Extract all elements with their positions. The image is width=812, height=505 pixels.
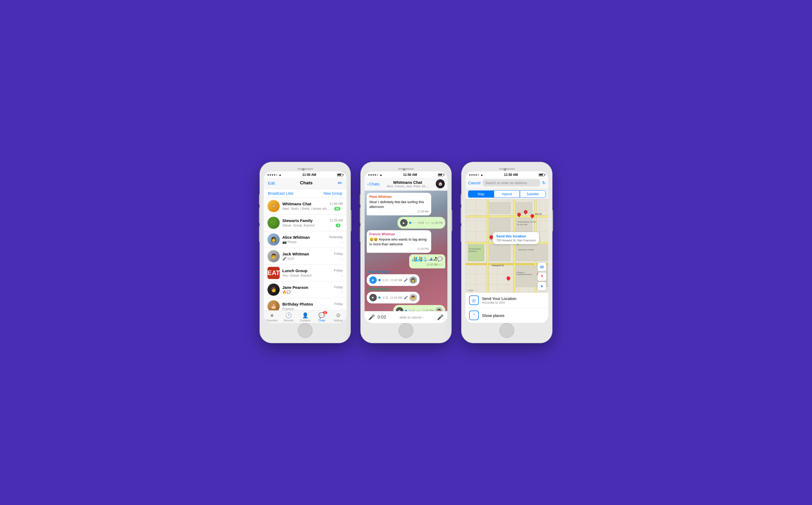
compose-button[interactable]: ✏ xyxy=(338,180,342,186)
broadcast-lists-link[interactable]: Broadcast Lists xyxy=(268,191,293,195)
map-nav-bar: Cancel Search or enter an address ↻ xyxy=(465,178,548,189)
new-group-button[interactable]: New Group xyxy=(323,191,342,195)
park-1 xyxy=(468,244,484,261)
record-mic-icon[interactable]: 🎤 xyxy=(368,314,375,320)
chevron-stewarts: › xyxy=(342,223,343,227)
record-mic-right-icon[interactable]: 🎤 xyxy=(437,314,444,320)
chat-name-lunch: Lunch Group xyxy=(282,269,307,273)
chat-info-stewarts: Stewarts Family 11:39 AM Steve: Great, t… xyxy=(282,218,343,227)
battery-fill-2 xyxy=(438,174,442,176)
play-button-alice[interactable]: ▶ xyxy=(369,276,377,284)
battery-icon-3 xyxy=(539,173,545,176)
play-button-jack[interactable]: ▶ xyxy=(369,294,377,301)
phone-1-screen: ▲ 11:50 AM Edit Chats ✏ Broadcast Lists … xyxy=(264,171,347,323)
label-howard: Howard St xyxy=(492,264,504,267)
phone-3: ▲ 11:50 AM Cancel Search or enter an add… xyxy=(462,162,552,343)
battery-area-1 xyxy=(337,173,343,176)
msg-sender-peter: Peter Whitman xyxy=(369,195,428,199)
battery-icon-1 xyxy=(337,173,343,176)
chat-item-lunch[interactable]: EAT Lunch Group Friday You: Great, thank… xyxy=(264,265,347,282)
cancel-button[interactable]: Cancel xyxy=(468,181,481,185)
avatar-birthday: 🎂 xyxy=(267,300,280,310)
send-location-action[interactable]: ◎ Send Your Location Accurate to 10m xyxy=(465,293,548,308)
battery-icon-2 xyxy=(438,173,444,176)
chat-time-birthday: Friday xyxy=(334,302,343,306)
chat-preview-birthday: Francis: xyxy=(282,307,294,310)
block-1 xyxy=(489,202,511,214)
tab-settings[interactable]: ⚙ Settings xyxy=(330,312,347,322)
play-button-2[interactable]: ▶ xyxy=(396,307,403,311)
chat-item-whitmans[interactable]: 🏠 Whitmans Chat 11:45 AM Ned: Yeah, I th… xyxy=(264,198,347,214)
label-creativity: Children'sCreativity Museum xyxy=(516,272,532,275)
tab-recents[interactable]: 🕐 Recents xyxy=(280,312,297,322)
chat-name-row-birthday: Birthday Photos Friday xyxy=(282,302,343,306)
chats-nav-bar: Edit Chats ✏ xyxy=(264,178,347,189)
chat-preview-row-birthday: Francis: › xyxy=(282,307,343,311)
wifi-icon-2: ▲ xyxy=(380,173,382,176)
chevron-whitmans: › xyxy=(342,207,343,211)
chat-name-row-whitmans: Whitmans Chat 11:45 AM xyxy=(282,202,343,206)
audio-duration-1: 0:09 xyxy=(418,221,424,224)
tab-contacts[interactable]: 👤 Contacts xyxy=(297,312,313,322)
edit-button[interactable]: Edit xyxy=(268,181,275,185)
msg-peter-text: Peter Whitman Nice! I definitely feel li… xyxy=(367,193,431,215)
group-avatar[interactable]: 🏠 xyxy=(436,179,445,188)
chevron-jane: › xyxy=(342,290,343,294)
recording-bar: 🎤 0:03 slide to cancel ‹ 🎤 xyxy=(365,311,447,323)
audio-avatar-out: 👨 xyxy=(435,307,443,311)
audio-time-alice: 11:42 AM xyxy=(390,279,402,282)
chat-nav-center: Whitmans Chat Alice, Francis, Jack, Pete… xyxy=(381,180,434,188)
msg-peter-time: 11:38 AM xyxy=(369,210,428,213)
avatar-whitmans: 🏠 xyxy=(267,200,280,212)
map-type-satellite[interactable]: Satellite xyxy=(520,190,546,198)
battery-area-2 xyxy=(438,173,444,176)
search-field[interactable]: Search or enter an address xyxy=(483,179,540,186)
chat-name-row-alice: Alice Whitman Yesterday xyxy=(282,235,343,239)
chat-item-jane[interactable]: 👩 Jane Pearson Friday 🔥💬 › xyxy=(264,282,347,298)
msg-sender-francis: Francis Whitman xyxy=(369,232,428,236)
contacts-icon: 👤 xyxy=(302,312,309,319)
chat-preview-row-jack: 🎤 0:07 › xyxy=(282,257,343,261)
map-pin-button[interactable]: 📍 xyxy=(538,273,546,281)
msg-jack-audio: ▶ 0:32 11:43 AM 🎤 👨 xyxy=(367,292,420,303)
map-type-hybrid[interactable]: Hybrid xyxy=(494,190,520,198)
map-type-bar: Map Hybrid Satellite xyxy=(465,189,548,199)
map-area[interactable]: Yerba Buena Centerfor the Arts Yerba Bue… xyxy=(465,199,548,293)
play-button-1[interactable]: ▶ xyxy=(400,219,408,226)
send-location-text: Send Your Location Accurate to 10m xyxy=(482,296,516,305)
location-popup[interactable]: Send this location 720 Howard St, San Fr… xyxy=(493,232,539,244)
signal-dot-5 xyxy=(276,174,277,176)
chat-item-birthday[interactable]: 🎂 Birthday Photos Friday Francis: › xyxy=(264,298,347,310)
tab-bar-1: ★ Favorites 🕐 Recents 👤 Contacts 💬 2 xyxy=(264,310,347,323)
msg-time-2: 11:45 PM xyxy=(422,309,434,311)
chat-item-stewarts[interactable]: 🌿 Stewarts Family 11:39 AM Steve: Great,… xyxy=(264,214,347,231)
chat-name-row-stewarts: Stewarts Family 11:39 AM xyxy=(282,218,343,223)
tab-favorites[interactable]: ★ Favorites xyxy=(264,312,280,322)
map-bottom: ◎ Send Your Location Accurate to 10m ⌃ S… xyxy=(465,293,548,323)
show-places-action[interactable]: ⌃ Show places xyxy=(465,308,548,323)
msg-alice-audio: ▶ 0:15 11:42 AM 🎤 👩 xyxy=(367,274,420,286)
avatar-stewarts: 🌿 xyxy=(267,217,280,229)
map-location-button[interactable]: ➤ xyxy=(538,282,546,291)
battery-fill-1 xyxy=(337,174,341,176)
chevron-jack: › xyxy=(342,257,343,261)
chat-info-birthday: Birthday Photos Friday Francis: › xyxy=(282,302,343,311)
chevron-alice: › xyxy=(342,240,343,244)
phone-2: ▲ 11:50 AM ‹ Chats Whitmans Chat Alice, … xyxy=(361,162,451,343)
chat-nav-bar: ‹ Chats Whitmans Chat Alice, Francis, Ja… xyxy=(365,178,447,191)
chat-preview-lunch: You: Great, thanks! xyxy=(282,274,312,278)
refresh-button[interactable]: ↻ xyxy=(542,180,546,185)
chat-info-jack: Jack Whitman Friday 🎤 0:07 › xyxy=(282,252,343,261)
back-button[interactable]: ‹ Chats xyxy=(367,182,380,186)
chats-title: Chats xyxy=(300,180,312,186)
tab-chats[interactable]: 💬 2 Chats xyxy=(313,312,330,322)
chat-item-jack[interactable]: 👨 Jack Whitman Friday 🎤 0:07 › xyxy=(264,248,347,265)
map-3d-button[interactable]: 3D xyxy=(538,263,546,271)
map-type-map[interactable]: Map xyxy=(468,190,494,198)
wave-dot-alice xyxy=(378,279,381,281)
mic-icon-alice: 🎤 xyxy=(404,278,408,282)
chat-time-whitmans: 11:45 AM xyxy=(329,202,343,205)
chat-item-alice[interactable]: 👩 Alice Whitman Yesterday 📷 Photo › xyxy=(264,231,347,248)
label-3rd-st: 3rd St xyxy=(535,213,542,215)
signal-dot-4 xyxy=(274,174,275,176)
